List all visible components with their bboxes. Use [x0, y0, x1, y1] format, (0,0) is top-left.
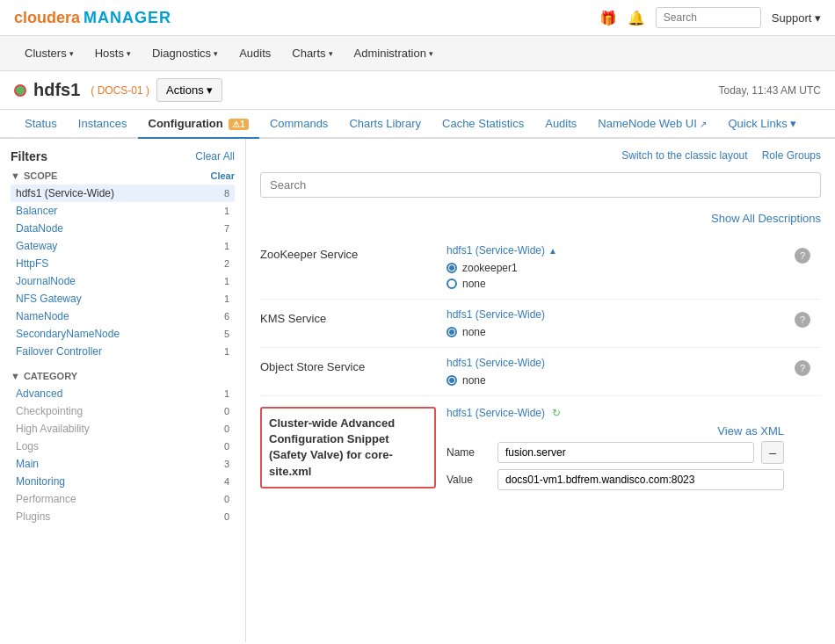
bell-icon[interactable]: 🔔: [628, 10, 645, 26]
nav-audits[interactable]: Audits: [229, 36, 281, 71]
scope-item-datanode[interactable]: DataNode 7: [11, 220, 235, 237]
nav-diagnostics[interactable]: Diagnostics ▾: [142, 36, 229, 71]
category-item-high-availability[interactable]: High Availability 0: [11, 420, 235, 438]
nav-charts[interactable]: Charts ▾: [281, 36, 343, 71]
category-item-label: Main: [16, 458, 39, 470]
support-button[interactable]: Support ▾: [772, 11, 821, 25]
scope-item-count: 1: [224, 206, 229, 216]
panel-top-actions: Switch to the classic layout Role Groups: [260, 149, 821, 162]
nav-administration[interactable]: Administration ▾: [344, 36, 444, 71]
zookeeper-scope-arrow[interactable]: ▲: [548, 246, 557, 256]
gift-icon[interactable]: 🎁: [599, 10, 617, 26]
zookeeper-option-none[interactable]: none: [447, 278, 784, 290]
scope-item-hdfs1[interactable]: hdfs1 (Service-Wide) 8: [11, 185, 235, 202]
tab-quick-links[interactable]: Quick Links ▾: [717, 110, 807, 139]
scope-item-failover-controller[interactable]: Failover Controller 1: [11, 343, 235, 360]
zookeeper-scope-text: hdfs1 (Service-Wide): [447, 244, 545, 257]
tab-cache-statistics[interactable]: Cache Statistics: [432, 110, 534, 139]
category-item-count: 3: [224, 459, 229, 469]
filters-title: Filters: [11, 149, 47, 163]
scope-clear-button[interactable]: Clear: [210, 170, 235, 181]
tab-instances[interactable]: Instances: [68, 110, 138, 139]
category-item-checkpointing[interactable]: Checkpointing 0: [11, 402, 235, 420]
category-item-count: 4: [224, 476, 229, 487]
scope-item-nfs-gateway[interactable]: NFS Gateway 1: [11, 290, 235, 308]
diagnostics-caret: ▾: [214, 49, 218, 58]
clear-all-button[interactable]: Clear All: [195, 150, 235, 163]
clusterwide-values: hdfs1 (Service-Wide) ↻ View as XML Name …: [447, 407, 784, 496]
category-item-label: Checkpointing: [16, 405, 83, 417]
actions-button[interactable]: Actions ▾: [156, 78, 222, 102]
category-item-label: Logs: [16, 440, 39, 452]
tab-audits[interactable]: Audits: [534, 110, 587, 139]
value-field-row: Value: [447, 469, 784, 490]
category-item-plugins[interactable]: Plugins 0: [11, 508, 235, 525]
zookeeper-help-icon[interactable]: ?: [795, 248, 810, 264]
scope-item-balancer[interactable]: Balancer 1: [11, 202, 235, 220]
scope-item-label: hdfs1 (Service-Wide): [16, 187, 114, 199]
scope-item-count: 8: [224, 188, 229, 199]
scope-item-count: 1: [224, 276, 229, 286]
tab-configuration[interactable]: Configuration ⚠1: [138, 110, 259, 139]
category-item-advanced[interactable]: Advanced 1: [11, 385, 235, 402]
scope-item-label: DataNode: [16, 222, 63, 235]
show-all-descriptions-link[interactable]: Show All Descriptions: [711, 212, 821, 225]
radio-objectstore-none[interactable]: [447, 375, 457, 386]
view-as-xml-link[interactable]: View as XML: [717, 424, 784, 438]
scope-toggle[interactable]: ▼ SCOPE: [11, 170, 57, 181]
clusters-caret: ▾: [69, 49, 74, 58]
scope-item-journalnode[interactable]: JournalNode 1: [11, 272, 235, 290]
service-header: hdfs1 ( DOCS-01 ) Actions ▾ Today, 11:43…: [0, 71, 835, 110]
name-input[interactable]: [497, 442, 754, 463]
scope-item-count: 1: [224, 346, 229, 357]
service-cluster: ( DOCS-01 ): [91, 84, 149, 97]
config-row-kms: KMS Service hdfs1 (Service-Wide) none ?: [260, 300, 821, 348]
objectstore-options: none: [447, 374, 784, 387]
zookeeper-option-label: zookeeper1: [462, 262, 518, 274]
scope-item-label: JournalNode: [16, 275, 76, 287]
refresh-icon[interactable]: ↻: [552, 407, 561, 419]
radio-zk-none[interactable]: [447, 279, 457, 289]
logo-manager: MANAGER: [84, 9, 171, 27]
nav-clusters[interactable]: Clusters ▾: [14, 36, 84, 71]
scope-caret-icon: ▼: [11, 170, 20, 181]
category-item-logs[interactable]: Logs 0: [11, 438, 235, 455]
scope-item-secondary-namenode[interactable]: SecondaryNameNode 5: [11, 325, 235, 343]
nav-hosts[interactable]: Hosts ▾: [84, 36, 142, 71]
category-header[interactable]: ▼ CATEGORY: [11, 371, 235, 381]
tab-charts-library[interactable]: Charts Library: [338, 110, 432, 139]
switch-layout-link[interactable]: Switch to the classic layout: [621, 149, 747, 162]
category-item-monitoring[interactable]: Monitoring 4: [11, 473, 235, 490]
value-input[interactable]: [497, 469, 784, 490]
category-item-label: Advanced: [16, 387, 62, 400]
tab-commands[interactable]: Commands: [259, 110, 338, 139]
objectstore-scope: hdfs1 (Service-Wide): [447, 357, 784, 369]
tab-namenode-webui[interactable]: NameNode Web UI ↗: [587, 110, 717, 139]
role-groups-link[interactable]: Role Groups: [762, 149, 821, 162]
radio-kms-none[interactable]: [447, 327, 457, 337]
category-item-performance[interactable]: Performance 0: [11, 490, 235, 508]
radio-zk1[interactable]: [447, 263, 457, 273]
scope-items-list: hdfs1 (Service-Wide) 8 Balancer 1 DataNo…: [11, 185, 235, 360]
name-field-row: Name –: [447, 441, 784, 464]
logo-cloudera: cloudera: [14, 9, 80, 27]
top-navbar: cloudera MANAGER 🎁 🔔 Support ▾: [0, 0, 835, 36]
objectstore-scope-text: hdfs1 (Service-Wide): [447, 357, 545, 369]
main-nav: Clusters ▾ Hosts ▾ Diagnostics ▾ Audits …: [0, 36, 835, 71]
scope-item-httpfs[interactable]: HttpFS 2: [11, 255, 235, 272]
tabs-bar: Status Instances Configuration ⚠1 Comman…: [0, 110, 835, 139]
sidebar: Filters Clear All ▼ SCOPE Clear hdfs1 (S…: [0, 139, 246, 642]
zookeeper-option-zk1[interactable]: zookeeper1: [447, 262, 784, 274]
search-input[interactable]: [656, 7, 761, 28]
category-item-main[interactable]: Main 3: [11, 455, 235, 473]
kms-option-none[interactable]: none: [447, 326, 784, 338]
tab-status[interactable]: Status: [14, 110, 68, 139]
scope-item-namenode[interactable]: NameNode 6: [11, 308, 235, 325]
kms-help-icon[interactable]: ?: [795, 312, 810, 328]
config-search-input[interactable]: [260, 172, 821, 198]
objectstore-help-icon[interactable]: ?: [795, 360, 810, 376]
objectstore-option-none[interactable]: none: [447, 374, 784, 387]
status-dot: [14, 84, 26, 97]
scope-item-gateway[interactable]: Gateway 1: [11, 237, 235, 255]
remove-name-button[interactable]: –: [761, 441, 784, 464]
